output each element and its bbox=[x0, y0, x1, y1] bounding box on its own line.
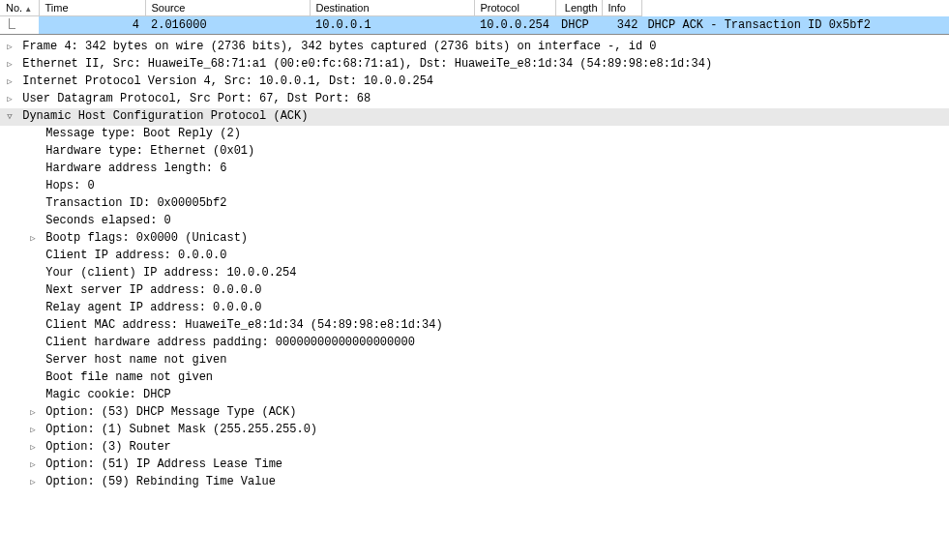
cell-protocol: DHCP bbox=[555, 16, 602, 35]
expand-icon[interactable]: ▷ bbox=[4, 40, 15, 56]
detail-opt59[interactable]: ▷ Option: (59) Rebinding Time Value bbox=[0, 474, 949, 491]
detail-opt51[interactable]: ▷ Option: (51) IP Address Lease Time bbox=[0, 457, 949, 474]
cell-no: 4 bbox=[39, 16, 145, 35]
cell-time: 2.016000 bbox=[145, 16, 310, 35]
detail-opt53[interactable]: ▷ Option: (53) DHCP Message Type (ACK) bbox=[0, 404, 949, 422]
detail-dhcp-header[interactable]: ▽ Dynamic Host Configuration Protocol (A… bbox=[0, 108, 949, 126]
sort-asc-icon: ▲ bbox=[24, 5, 32, 14]
col-header-no[interactable]: No.▲ bbox=[0, 0, 39, 16]
packet-list-table[interactable]: No.▲ Time Source Destination Protocol Le… bbox=[0, 0, 949, 34]
cell-length: 342 bbox=[602, 16, 641, 35]
expand-icon[interactable]: ▷ bbox=[4, 57, 15, 74]
expand-icon[interactable]: ▷ bbox=[4, 74, 15, 91]
detail-magic[interactable]: · Magic cookie: DHCP bbox=[0, 387, 949, 404]
detail-client-ip[interactable]: · Client IP address: 0.0.0.0 bbox=[0, 248, 949, 265]
detail-client-mac[interactable]: · Client MAC address: HuaweiTe_e8:1d:34 … bbox=[0, 317, 949, 335]
detail-padding[interactable]: · Client hardware address padding: 00000… bbox=[0, 335, 949, 352]
detail-msg-type[interactable]: · Message type: Boot Reply (2) bbox=[0, 126, 949, 143]
detail-opt3[interactable]: ▷ Option: (3) Router bbox=[0, 439, 949, 457]
detail-hw-addr-len[interactable]: · Hardware address length: 6 bbox=[0, 161, 949, 178]
col-header-destination[interactable]: Destination bbox=[310, 0, 474, 16]
col-header-info[interactable]: Info bbox=[602, 0, 641, 16]
detail-ip[interactable]: ▷ Internet Protocol Version 4, Src: 10.0… bbox=[0, 74, 949, 91]
collapse-icon[interactable]: ▽ bbox=[4, 109, 15, 126]
col-header-protocol[interactable]: Protocol bbox=[474, 0, 555, 16]
packet-row[interactable]: 4 2.016000 10.0.0.1 10.0.0.254 DHCP 342 … bbox=[0, 16, 949, 35]
expand-icon[interactable]: ▷ bbox=[27, 231, 39, 248]
detail-boot-file[interactable]: · Boot file name not given bbox=[0, 369, 949, 387]
col-header-length[interactable]: Length bbox=[555, 0, 602, 16]
detail-ethernet[interactable]: ▷ Ethernet II, Src: HuaweiTe_68:71:a1 (0… bbox=[0, 56, 949, 74]
cell-info: DHCP ACK - Transaction ID 0x5bf2 bbox=[641, 16, 949, 35]
col-header-time[interactable]: Time bbox=[39, 0, 145, 16]
cell-destination: 10.0.0.254 bbox=[474, 16, 555, 35]
detail-opt1[interactable]: ▷ Option: (1) Subnet Mask (255.255.255.0… bbox=[0, 422, 949, 439]
detail-relay[interactable]: · Relay agent IP address: 0.0.0.0 bbox=[0, 300, 949, 317]
detail-udp[interactable]: ▷ User Datagram Protocol, Src Port: 67, … bbox=[0, 91, 949, 108]
expand-icon[interactable]: ▷ bbox=[27, 423, 39, 439]
packet-details-pane[interactable]: ▷ Frame 4: 342 bytes on wire (2736 bits)… bbox=[0, 34, 949, 491]
expand-icon[interactable]: ▷ bbox=[27, 440, 39, 457]
detail-next-srv[interactable]: · Next server IP address: 0.0.0.0 bbox=[0, 282, 949, 300]
expand-icon[interactable]: ▷ bbox=[4, 92, 15, 108]
detail-host-name[interactable]: · Server host name not given bbox=[0, 352, 949, 369]
detail-trans-id[interactable]: · Transaction ID: 0x00005bf2 bbox=[0, 195, 949, 213]
expand-icon[interactable]: ▷ bbox=[27, 457, 39, 474]
detail-hw-type[interactable]: · Hardware type: Ethernet (0x01) bbox=[0, 143, 949, 161]
cell-source: 10.0.0.1 bbox=[310, 16, 474, 35]
detail-your-ip[interactable]: · Your (client) IP address: 10.0.0.254 bbox=[0, 265, 949, 282]
expand-icon[interactable]: ▷ bbox=[27, 475, 39, 491]
detail-hops[interactable]: · Hops: 0 bbox=[0, 178, 949, 195]
expand-icon[interactable]: ▷ bbox=[27, 405, 39, 422]
detail-seconds[interactable]: · Seconds elapsed: 0 bbox=[0, 213, 949, 230]
packet-list-header[interactable]: No.▲ Time Source Destination Protocol Le… bbox=[0, 0, 949, 16]
detail-bootp-flags[interactable]: ▷ Bootp flags: 0x0000 (Unicast) bbox=[0, 230, 949, 248]
col-header-source[interactable]: Source bbox=[145, 0, 310, 16]
detail-frame[interactable]: ▷ Frame 4: 342 bytes on wire (2736 bits)… bbox=[0, 39, 949, 56]
